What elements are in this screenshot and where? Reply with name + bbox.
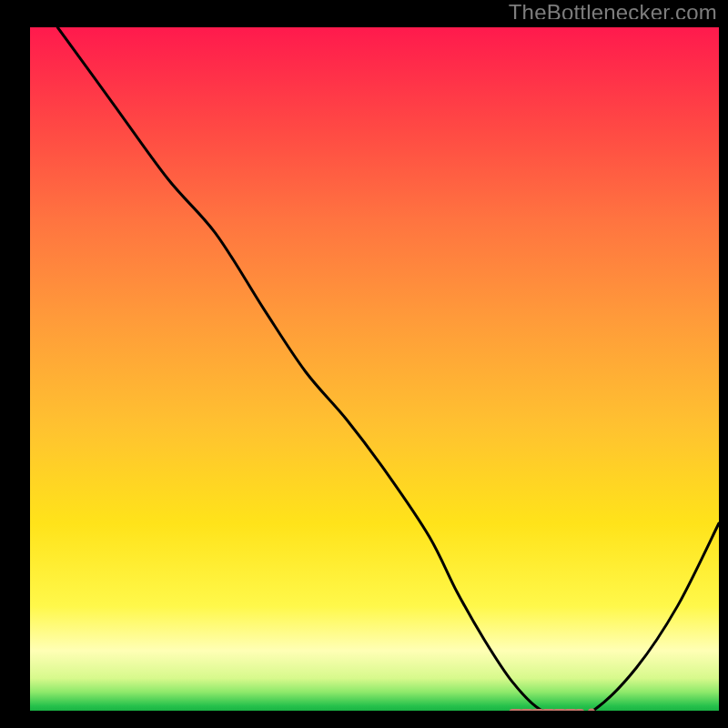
- chart-frame: [22, 19, 727, 719]
- svg-point-2: [588, 708, 595, 711]
- plot-area: [30, 27, 719, 711]
- optimal-marker: [30, 27, 719, 711]
